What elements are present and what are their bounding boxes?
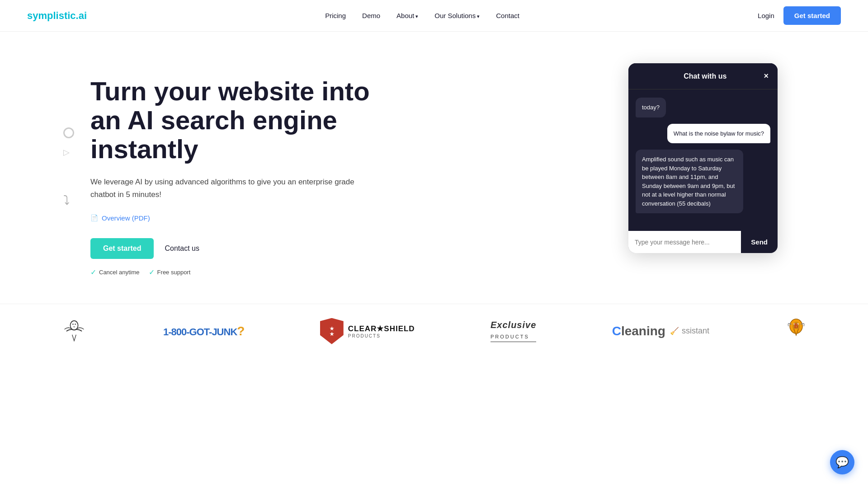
clearshield-inner: ★★ [330,326,334,337]
junk-text: 1-800-GOT-JUNK? [163,324,244,338]
check-icon-cancel: ✓ [90,268,96,277]
clearshield-brand: CLEAR★SHIELD [348,324,415,333]
nav-get-started-button[interactable]: Get started [783,6,841,25]
play-icon: ▷ [63,147,74,157]
chat-message-user: What is the noise bylaw for music? [667,124,770,144]
support-label: Free support [157,269,191,276]
cleaning-c: C [612,324,621,338]
svg-point-2 [75,324,76,325]
cleaning-text-group: C leaning [612,324,665,338]
side-decorations: ▷ ⤵ [63,127,74,208]
assistant-text-group: 🧹 ssistant [670,326,709,336]
hero-subtitle: We leverage AI by using advanced algorit… [90,176,371,200]
cleaning-leaning: leaning [621,324,665,338]
chat-send-button[interactable]: Send [741,231,778,253]
nav-about[interactable]: About [396,12,418,19]
contact-button[interactable]: Contact us [165,244,199,253]
clearshield-shape: ★★ [320,318,344,344]
cancel-label: Cancel anytime [99,269,140,276]
chat-input[interactable] [628,231,741,253]
svg-point-1 [72,324,74,325]
exclusive-text: ExclusivePRODUCTS [491,320,536,342]
check-icon-support: ✓ [149,268,155,277]
support-badge: ✓ Free support [149,268,191,277]
pdf-link[interactable]: Overview (PDF) [90,214,371,222]
chat-close-button[interactable]: × [764,71,769,81]
logo-exclusive: ExclusivePRODUCTS [491,318,536,345]
get-started-button[interactable]: Get started [90,238,154,259]
nav-solutions[interactable]: Our Solutions [434,12,480,19]
chat-message-greeting: today? [636,98,666,117]
logo-birdman [61,318,88,345]
logo-bee: B [785,318,807,345]
brand-logo[interactable]: symplistic.ai [27,10,87,22]
navbar: symplistic.ai Pricing Demo About Our Sol… [0,0,868,32]
hero-badges: ✓ Cancel anytime ✓ Free support [90,268,371,277]
logo-cleaning-assistant: C leaning 🧹 ssistant [612,318,709,345]
login-button[interactable]: Login [758,12,774,19]
cleaning-broom-icon: 🧹 [670,327,679,335]
chat-header: Chat with us × [628,63,778,89]
deco-arrow: ⤵ [63,193,74,208]
nav-right: Login Get started [758,6,841,25]
chat-input-area: Send [628,231,778,253]
logo-1800-got-junk: 1-800-GOT-JUNK? [163,318,244,345]
hero-wrapper: ▷ ⤵ Turn your website into an AI search … [0,32,868,304]
chat-widget: Chat with us × today? What is the noise … [628,63,778,253]
logo-clearshield: ★★ CLEAR★SHIELD PRODUCTS [320,318,415,345]
chat-messages: today? What is the noise bylaw for music… [628,89,778,231]
nav-demo[interactable]: Demo [362,12,380,19]
cancel-badge: ✓ Cancel anytime [90,268,140,277]
hero-title: Turn your website into an AI search engi… [90,77,371,163]
clearshield-icon: ★★ [320,318,344,344]
logos-strip: 1-800-GOT-JUNK? ★★ CLEAR★SHIELD PRODUCTS… [0,304,868,367]
svg-text:B: B [794,323,798,329]
deco-circle [63,127,74,138]
hero-content: Turn your website into an AI search engi… [90,68,371,277]
chat-message-answer: Amplified sound such as music can be pla… [636,150,743,213]
brand-name-accent: .ai [76,10,87,21]
bee-svg: B [785,316,807,346]
nav-links: Pricing Demo About Our Solutions Contact [325,12,519,19]
clearshield-label: CLEAR★SHIELD PRODUCTS [348,324,415,338]
nav-pricing[interactable]: Pricing [325,12,346,19]
clearshield-sub: PRODUCTS [348,333,415,338]
nav-contact[interactable]: Contact [496,12,519,19]
chat-title: Chat with us [646,72,764,80]
user-bubble: What is the noise bylaw for music? [667,124,770,144]
hero-section: Turn your website into an AI search engi… [0,32,868,304]
hero-buttons: Get started Contact us [90,238,371,259]
answer-bubble: Amplified sound such as music can be pla… [636,150,743,213]
brand-name-main: symplistic [27,10,76,21]
assistant-text: ssistant [682,326,709,336]
greeting-bubble: today? [636,98,666,117]
birdman-svg [61,318,88,345]
